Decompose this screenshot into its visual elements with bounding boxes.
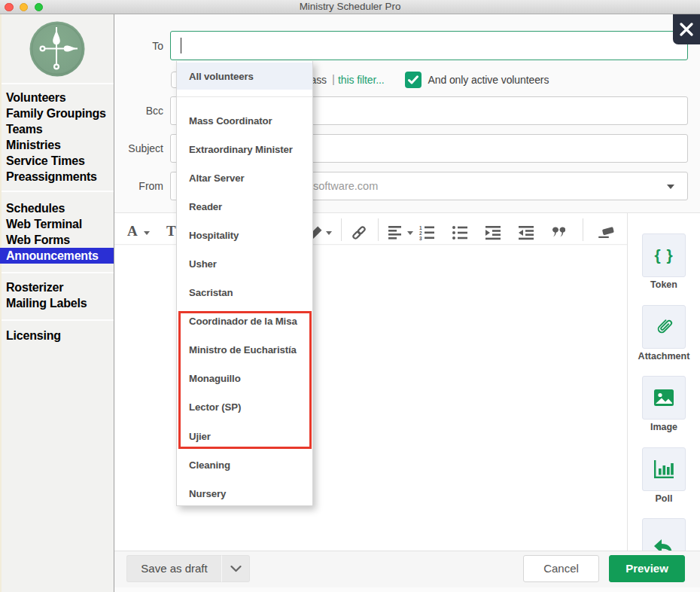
sidebar-item-mailing-labels[interactable]: Mailing Labels xyxy=(0,295,114,311)
chevron-down-icon xyxy=(230,566,242,572)
dialog-footer: Save as draft Cancel Preview xyxy=(114,551,700,587)
nav-group-setup: Volunteers Family Groupings Teams Minist… xyxy=(0,90,114,185)
brush-caret-icon[interactable] xyxy=(326,231,332,235)
dropdown-item[interactable]: Altar Server xyxy=(177,163,312,192)
dropdown-item-label: Coordinador de la Misa xyxy=(177,316,297,327)
nav-group-tools: Rosterizer Mailing Labels xyxy=(0,279,114,311)
preview-button[interactable]: Preview xyxy=(609,555,685,582)
sidebar-item-preassignments[interactable]: Preassignments xyxy=(0,169,114,185)
image-button[interactable] xyxy=(642,376,686,420)
dropdown-item[interactable]: Ujier xyxy=(177,422,312,450)
token-icon: { } xyxy=(643,234,685,276)
dropdown-item-label: Hospitality xyxy=(177,230,239,241)
dropdown-item[interactable]: Monaguillo xyxy=(177,364,312,392)
dropdown-item[interactable]: Hospitality xyxy=(177,221,312,249)
to-input[interactable] xyxy=(170,31,688,60)
dropdown-item[interactable]: Nursery xyxy=(177,479,312,508)
dropdown-item[interactable]: Sacristan xyxy=(177,278,312,307)
dropdown-item[interactable]: Mass Coordinator xyxy=(177,106,312,135)
sidebar-item-teams[interactable]: Teams xyxy=(0,121,114,137)
font-color-caret-icon[interactable] xyxy=(144,231,150,235)
app-logo xyxy=(0,14,114,83)
window-title: Ministry Scheduler Pro xyxy=(0,0,700,14)
sidebar-separator xyxy=(0,83,114,84)
dropdown-item[interactable]: Lector (SP) xyxy=(177,392,312,421)
sidebar-item-web-forms[interactable]: Web Forms xyxy=(0,232,114,248)
align-caret-icon[interactable] xyxy=(407,231,413,235)
image-label: Image xyxy=(622,422,700,432)
indent-icon[interactable] xyxy=(485,225,501,240)
sidebar-item-web-terminal[interactable]: Web Terminal xyxy=(0,216,114,232)
unordered-list-icon[interactable] xyxy=(452,225,467,240)
sidebar-item-licensing[interactable]: Licensing xyxy=(0,328,114,343)
blockquote-icon[interactable] xyxy=(552,227,565,238)
link-icon[interactable] xyxy=(352,225,367,240)
close-icon xyxy=(680,23,693,36)
dropdown-separator xyxy=(177,96,312,97)
dropdown-item-all-volunteers[interactable]: All volunteers xyxy=(177,63,312,90)
sidebar-separator xyxy=(0,191,114,192)
toolbar-separator xyxy=(378,218,379,241)
dropdown-item-label: Altar Server xyxy=(177,172,245,184)
bar-chart-icon xyxy=(653,459,674,479)
poll-button[interactable] xyxy=(642,447,686,491)
font-size-icon[interactable]: T xyxy=(166,223,176,240)
align-icon[interactable] xyxy=(388,226,403,240)
sidebar-item-family-groupings[interactable]: Family Groupings xyxy=(0,105,114,121)
titlebar: Ministry Scheduler Pro xyxy=(0,0,700,14)
attachment-label: Attachment xyxy=(622,351,700,362)
sidebar-item-volunteers[interactable]: Volunteers xyxy=(0,90,114,105)
to-label: To xyxy=(152,38,163,53)
ordered-list-icon[interactable]: 1 2 3 xyxy=(419,225,434,240)
svg-text:2: 2 xyxy=(419,230,422,236)
nav-group-scheduling: Schedules Web Terminal Web Forms Announc… xyxy=(0,200,114,264)
dropdown-item-label: Monaguillo xyxy=(177,373,241,384)
dialog-close-button[interactable] xyxy=(673,14,700,44)
dropdown-item[interactable]: Reader xyxy=(177,192,312,221)
from-dropdown-caret-icon[interactable] xyxy=(667,185,674,189)
dropdown-list: Mass Coordinator Extraordinary Minister … xyxy=(177,106,312,508)
sidebar-item-service-times[interactable]: Service Times xyxy=(0,153,114,169)
attachment-button[interactable] xyxy=(642,305,686,349)
poll-label: Poll xyxy=(622,493,700,504)
dropdown-item-label: Sacristan xyxy=(177,287,233,298)
sidebar-item-rosterizer[interactable]: Rosterizer xyxy=(0,279,114,295)
save-draft-menu-button[interactable] xyxy=(221,555,250,582)
dropdown-item[interactable]: Coordinador de la Misa xyxy=(177,307,312,335)
dropdown-item-label: Extraordinary Minister xyxy=(177,144,293,155)
remove-format-icon[interactable] xyxy=(598,227,614,239)
filter-divider: | xyxy=(332,71,335,87)
sidebar-item-ministries[interactable]: Ministries xyxy=(0,137,114,153)
sidebar: Volunteers Family Groupings Teams Minist… xyxy=(0,14,114,592)
sidebar-item-announcements[interactable]: Announcements xyxy=(0,248,114,264)
toolbar-separator xyxy=(341,218,342,241)
text-cursor xyxy=(181,38,182,53)
paperclip-icon xyxy=(653,316,675,338)
dropdown-item[interactable]: Ministro de Eucharistía xyxy=(177,335,312,364)
sidebar-item-schedules[interactable]: Schedules xyxy=(0,200,114,216)
active-volunteers-label: And only active volunteers xyxy=(428,72,549,88)
subject-label: Subject xyxy=(128,141,163,156)
this-filter-link[interactable]: this filter... xyxy=(338,72,385,88)
compose-announcement-dialog: To ass | this filter... And only active … xyxy=(114,14,700,587)
dropdown-item-label: Mass Coordinator xyxy=(177,115,272,127)
save-as-draft-button[interactable]: Save as draft xyxy=(126,555,221,582)
font-color-icon[interactable]: A xyxy=(127,223,138,240)
active-volunteers-checkbox[interactable] xyxy=(405,72,422,88)
dropdown-item[interactable]: Extraordinary Minister xyxy=(177,135,312,163)
cancel-button[interactable]: Cancel xyxy=(523,555,599,582)
dropdown-item-label: All volunteers xyxy=(177,71,254,82)
dropdown-item-label: Cleaning xyxy=(177,459,230,471)
token-label: Token xyxy=(622,279,700,290)
outdent-icon[interactable] xyxy=(519,225,534,240)
compass-logo-icon xyxy=(29,21,85,77)
from-label: From xyxy=(138,179,163,194)
dropdown-item[interactable]: Cleaning xyxy=(177,450,312,479)
bcc-label: Bcc xyxy=(146,103,163,118)
checkmark-icon xyxy=(408,75,418,84)
token-button[interactable]: { } xyxy=(642,233,686,277)
svg-text:3: 3 xyxy=(419,236,422,240)
window-edge-strip xyxy=(0,14,2,592)
dropdown-item-label: Usher xyxy=(177,258,217,270)
dropdown-item[interactable]: Usher xyxy=(177,249,312,278)
